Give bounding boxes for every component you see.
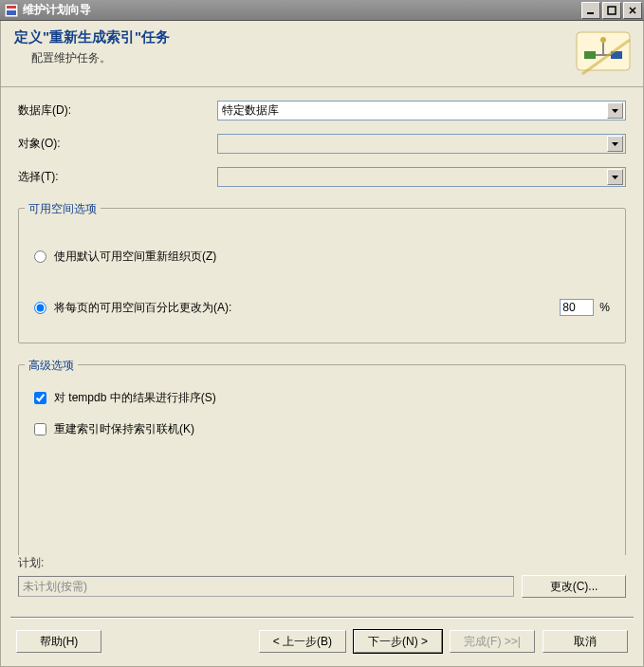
object-label: 对象(O): [18,136,217,152]
sort-tempdb-checkbox[interactable] [34,392,46,404]
database-label: 数据库(D): [18,102,217,119]
radio-change-input[interactable] [34,302,46,314]
change-schedule-button[interactable]: 更改(C)... [522,575,626,598]
radio-change-label: 将每页的可用空间百分比更改为(A): [54,300,231,316]
database-select[interactable]: 特定数据库 [217,101,626,120]
svg-rect-3 [587,12,594,14]
wizard-icon [573,28,634,82]
back-button[interactable]: < 上一步(B) [259,630,346,653]
advanced-title: 高级选项 [25,358,78,374]
keep-online-checkbox[interactable] [34,423,46,435]
close-button[interactable] [623,2,642,19]
radio-default-free-space[interactable]: 使用默认可用空间重新组织页(Z) [34,249,610,265]
svg-rect-2 [7,10,16,15]
next-button[interactable]: 下一步(N) > [354,630,442,653]
sort-tempdb-row[interactable]: 对 tempdb 中的结果进行排序(S) [34,390,610,406]
footer: 帮助(H) < 上一步(B) 下一步(N) > 完成(F) >>| 取消 [1,619,643,666]
keep-online-row[interactable]: 重建索引时保持索引联机(K) [34,421,610,437]
chevron-down-icon [607,169,623,185]
svg-rect-6 [584,51,596,59]
keep-online-label: 重建索引时保持索引联机(K) [54,421,194,437]
finish-button: 完成(F) >>| [450,630,535,653]
help-label: 帮助(H) [40,634,79,650]
title-bar: 维护计划向导 [0,0,644,21]
free-space-title: 可用空间选项 [25,201,101,217]
chevron-down-icon [607,136,623,152]
help-button[interactable]: 帮助(H) [16,630,101,653]
radio-change-percent[interactable]: 将每页的可用空间百分比更改为(A): [34,300,560,316]
schedule-input: 未计划(按需) [18,576,514,597]
schedule-label: 计划: [18,555,626,571]
schedule-section: 计划: 未计划(按需) 更改(C)... [1,555,643,603]
wizard-body: 定义"重新生成索引"任务 配置维护任务。 数据库(D): 特定数据库 [0,21,644,667]
advanced-group: 高级选项 对 tempdb 中的结果进行排序(S) 重建索引时保持索引联机(K) [18,364,626,555]
cancel-label: 取消 [574,634,597,650]
selection-select[interactable] [217,167,626,187]
finish-label: 完成(F) >>| [464,634,521,650]
free-space-group: 可用空间选项 使用默认可用空间重新组织页(Z) 将每页的可用空间百分比更改为(A… [18,208,626,343]
svg-rect-1 [7,6,16,9]
radio-default-input[interactable] [34,250,46,263]
sort-tempdb-label: 对 tempdb 中的结果进行排序(S) [54,390,216,406]
object-select[interactable] [217,134,626,154]
select-label: 选择(T): [18,169,217,185]
page-subtitle: 配置维护任务。 [31,50,573,66]
next-label: 下一步(N) > [368,634,428,650]
app-icon [4,3,19,18]
wizard-header: 定义"重新生成索引"任务 配置维护任务。 [1,21,643,87]
svg-rect-4 [608,7,616,14]
minimize-button[interactable] [581,2,600,19]
cancel-button[interactable]: 取消 [543,630,628,653]
database-value: 特定数据库 [222,102,607,119]
maximize-button[interactable] [602,2,621,19]
page-title: 定义"重新生成索引"任务 [14,28,573,46]
percent-unit: % [599,301,610,314]
percent-input[interactable] [560,299,594,316]
window-title: 维护计划向导 [23,2,581,18]
radio-default-label: 使用默认可用空间重新组织页(Z) [54,249,216,265]
change-schedule-label: 更改(C)... [550,579,598,595]
back-label: < 上一步(B) [273,634,332,650]
svg-point-8 [600,37,606,43]
chevron-down-icon [607,102,623,119]
